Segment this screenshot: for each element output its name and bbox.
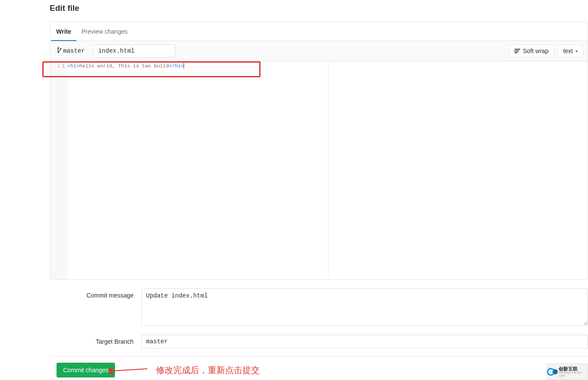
- soft-wrap-label: Soft wrap: [523, 48, 548, 54]
- soft-wrap-button[interactable]: Soft wrap: [509, 44, 554, 57]
- line-number: 1: [62, 63, 65, 70]
- code-editor[interactable]: i1 <h1>hello world, This is two build</h…: [50, 61, 588, 279]
- editor-vertical-rule: [328, 61, 328, 279]
- page-title: Edit file: [50, 3, 588, 13]
- watermark: 创新互联 CHUANG XIN HU LIAN: [547, 364, 588, 380]
- editor-cursor: [184, 63, 184, 69]
- annotation-arrow: [109, 366, 148, 375]
- target-branch-label: Target Branch: [50, 335, 141, 345]
- footer-divider: [50, 356, 588, 357]
- format-dropdown[interactable]: text ▾: [557, 44, 583, 57]
- wrap-icon: [515, 49, 520, 53]
- file-bar: master Soft wrap text ▾: [50, 41, 588, 61]
- fold-icon: i: [57, 63, 60, 70]
- branch-icon: [57, 47, 61, 55]
- tab-preview-changes[interactable]: Preview changes: [76, 22, 133, 41]
- commit-message-label: Commit message: [50, 288, 141, 299]
- tab-write[interactable]: Write: [51, 22, 76, 41]
- editor-gutter: i1: [50, 61, 67, 279]
- watermark-logo-icon: [547, 367, 557, 377]
- branch-label: master: [54, 45, 87, 57]
- code-line-1: <h1>hello world, This is two build</h1>: [67, 63, 588, 70]
- footer-actions: Commit changes 修改完成后，重新点击提交: [0, 363, 588, 377]
- filename-input[interactable]: [93, 44, 175, 57]
- branch-name: master: [63, 48, 85, 54]
- annotation-text: 修改完成后，重新点击提交: [156, 364, 260, 376]
- watermark-subtext: CHUANG XIN HU LIAN: [559, 371, 588, 377]
- tabs-bar: Write Preview changes: [50, 22, 588, 41]
- format-label: text: [563, 48, 573, 54]
- commit-section: Commit message Target Branch: [50, 288, 588, 348]
- svg-line-0: [112, 369, 147, 371]
- commit-message-textarea[interactable]: [141, 288, 588, 326]
- target-branch-input[interactable]: [141, 335, 588, 348]
- chevron-down-icon: ▾: [575, 49, 578, 54]
- editor-panel: Write Preview changes master Soft wrap t…: [50, 22, 588, 280]
- watermark-text: 创新互联: [559, 367, 588, 372]
- code-area[interactable]: <h1>hello world, This is two build</h1>: [67, 61, 588, 279]
- commit-changes-button[interactable]: Commit changes: [57, 363, 115, 377]
